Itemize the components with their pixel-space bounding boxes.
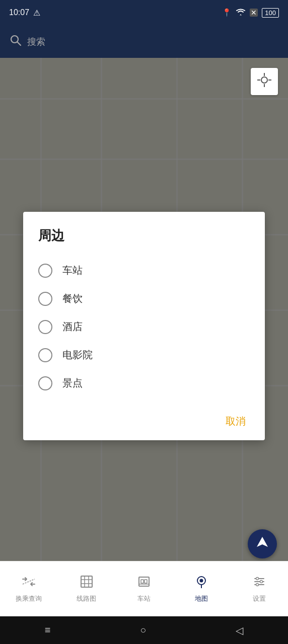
location-icon: 📍 [222, 8, 232, 17]
sys-back-button[interactable]: ◁ [236, 624, 243, 636]
sys-menu-button[interactable]: ≡ [45, 624, 51, 636]
option-hotel[interactable]: 酒店 [38, 313, 250, 341]
svg-line-1 [18, 42, 21, 45]
dialog-overlay: 周边 车站 餐饮 酒店 电影院 景点 [0, 58, 288, 594]
status-left: 10:07 ⚠ [9, 8, 40, 18]
radio-hotel[interactable] [38, 320, 52, 334]
radio-station[interactable] [38, 264, 52, 278]
system-nav-bar: ≡ ○ ◁ [0, 616, 288, 644]
dialog-footer: 取消 [38, 408, 250, 430]
option-label-restaurant: 餐饮 [62, 292, 83, 305]
warning-icon: ⚠ [33, 8, 40, 18]
option-label-cinema: 电影院 [62, 348, 93, 362]
nav-label-settings: 设置 [253, 594, 266, 603]
search-placeholder: 搜索 [27, 36, 45, 48]
wifi-icon [236, 8, 246, 18]
nav-label-map: 地图 [195, 594, 208, 603]
option-label-scenic: 景点 [62, 376, 83, 390]
sys-home-button[interactable]: ○ [140, 624, 146, 636]
radio-scenic[interactable] [38, 376, 52, 390]
search-bar[interactable]: 搜索 [0, 25, 288, 58]
nav-label-station: 车站 [137, 594, 151, 603]
status-bar: 10:07 ⚠ 📍 ✕ 100 [0, 0, 288, 25]
nearby-dialog: 周边 车站 餐饮 酒店 电影院 景点 [23, 212, 265, 440]
dialog-options: 车站 餐饮 酒店 电影院 景点 [38, 257, 250, 397]
battery-display: 100 [262, 8, 279, 18]
option-station[interactable]: 车站 [38, 257, 250, 285]
dialog-title: 周边 [38, 227, 250, 245]
radio-restaurant[interactable] [38, 292, 52, 306]
option-scenic[interactable]: 景点 [38, 369, 250, 397]
time-display: 10:07 [9, 8, 29, 17]
option-restaurant[interactable]: 餐饮 [38, 285, 250, 313]
radio-cinema[interactable] [38, 348, 52, 362]
status-right: 📍 ✕ 100 [222, 8, 279, 18]
nav-label-route: 线路图 [77, 594, 96, 603]
cancel-button[interactable]: 取消 [222, 413, 250, 430]
x-icon: ✕ [250, 9, 258, 17]
nav-label-transit: 换乘查询 [16, 594, 42, 603]
option-label-station: 车站 [62, 264, 83, 277]
option-cinema[interactable]: 电影院 [38, 341, 250, 369]
option-label-hotel: 酒店 [62, 320, 83, 334]
search-icon [10, 35, 21, 49]
